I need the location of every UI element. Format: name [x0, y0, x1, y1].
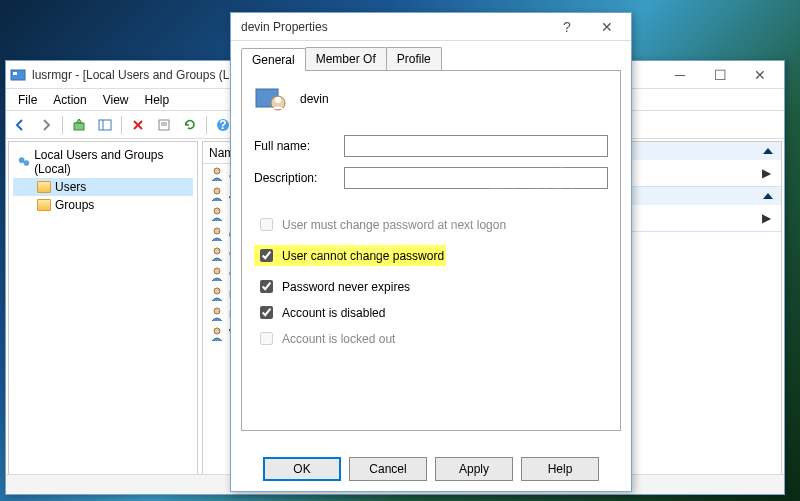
tab-general[interactable]: General — [241, 48, 306, 71]
svg-point-15 — [214, 208, 220, 214]
toolbar-separator — [62, 116, 63, 134]
props-title: devin Properties — [235, 20, 547, 34]
svg-point-21 — [214, 328, 220, 334]
svg-point-11 — [19, 157, 25, 163]
tree-root-label: Local Users and Groups (Local) — [34, 148, 193, 176]
check-locked-row: Account is locked out — [254, 328, 608, 349]
properties-dialog: devin Properties ? ✕ General Member Of P… — [230, 12, 632, 492]
tree-groups-label: Groups — [55, 198, 94, 212]
check-locked-label: Account is locked out — [282, 332, 395, 346]
user-icon — [209, 246, 225, 262]
tree-root[interactable]: Local Users and Groups (Local) — [13, 146, 193, 178]
svg-rect-1 — [13, 72, 17, 75]
description-input[interactable] — [344, 167, 608, 189]
tree-users-label: Users — [55, 180, 86, 194]
username-display: devin — [300, 92, 329, 106]
check-disabled-row[interactable]: Account is disabled — [254, 302, 608, 323]
svg-point-12 — [24, 160, 30, 166]
menu-action[interactable]: Action — [45, 91, 94, 109]
cancel-button[interactable]: Cancel — [349, 457, 427, 481]
forward-button[interactable] — [34, 114, 58, 136]
folder-icon — [37, 199, 51, 211]
apply-button[interactable]: Apply — [435, 457, 513, 481]
chevron-right-icon: ▶ — [762, 166, 771, 180]
svg-point-19 — [214, 288, 220, 294]
svg-point-20 — [214, 308, 220, 314]
check-locked — [260, 332, 273, 345]
fullname-input[interactable] — [344, 135, 608, 157]
delete-button[interactable] — [126, 114, 150, 136]
svg-point-14 — [214, 188, 220, 194]
collapse-icon — [763, 193, 773, 199]
tab-profile[interactable]: Profile — [386, 47, 442, 70]
menu-view[interactable]: View — [95, 91, 137, 109]
button-bar: OK Cancel Apply Help — [231, 449, 631, 489]
ok-button[interactable]: OK — [263, 457, 341, 481]
refresh-button[interactable] — [178, 114, 202, 136]
check-cannot-change[interactable] — [260, 249, 273, 262]
up-button[interactable] — [67, 114, 91, 136]
user-icon — [254, 83, 286, 115]
check-cannot-change-label: User cannot change password — [282, 249, 444, 263]
svg-point-16 — [214, 228, 220, 234]
user-icon — [209, 186, 225, 202]
maximize-button[interactable]: ☐ — [700, 62, 740, 88]
tab-member-of[interactable]: Member Of — [305, 47, 387, 70]
close-button[interactable]: ✕ — [740, 62, 780, 88]
menu-help[interactable]: Help — [137, 91, 178, 109]
menu-file[interactable]: File — [10, 91, 45, 109]
user-icon — [209, 326, 225, 342]
svg-point-17 — [214, 248, 220, 254]
check-never-expires[interactable] — [260, 280, 273, 293]
close-button[interactable]: ✕ — [587, 14, 627, 40]
show-hide-button[interactable] — [93, 114, 117, 136]
check-must-change — [260, 218, 273, 231]
chevron-right-icon: ▶ — [762, 211, 771, 225]
users-groups-icon — [17, 155, 30, 169]
folder-icon — [37, 181, 51, 193]
check-must-change-label: User must change password at next logon — [282, 218, 506, 232]
check-must-change-row: User must change password at next logon — [254, 214, 608, 235]
svg-rect-3 — [99, 120, 111, 130]
check-cannot-change-row[interactable]: User cannot change password — [254, 245, 446, 266]
tree-groups[interactable]: Groups — [13, 196, 193, 214]
svg-rect-2 — [74, 123, 84, 130]
check-disabled-label: Account is disabled — [282, 306, 385, 320]
tree-users[interactable]: Users — [13, 178, 193, 196]
user-icon — [209, 306, 225, 322]
tab-panel-general: devin Full name: Description: User must … — [241, 71, 621, 431]
collapse-icon — [763, 148, 773, 154]
props-titlebar[interactable]: devin Properties ? ✕ — [231, 13, 631, 41]
svg-text:?: ? — [219, 118, 226, 132]
toolbar-separator — [121, 116, 122, 134]
tree-pane: Local Users and Groups (Local) Users Gro… — [8, 141, 198, 492]
check-disabled[interactable] — [260, 306, 273, 319]
tabs: General Member Of Profile — [241, 47, 621, 71]
minimize-button[interactable]: ─ — [660, 62, 700, 88]
fullname-label: Full name: — [254, 139, 344, 153]
check-never-expires-label: Password never expires — [282, 280, 410, 294]
user-icon — [209, 266, 225, 282]
user-icon — [209, 206, 225, 222]
properties-button[interactable] — [152, 114, 176, 136]
svg-point-18 — [214, 268, 220, 274]
check-never-expires-row[interactable]: Password never expires — [254, 276, 608, 297]
user-icon — [209, 166, 225, 182]
back-button[interactable] — [8, 114, 32, 136]
description-label: Description: — [254, 171, 344, 185]
user-icon — [209, 286, 225, 302]
user-icon — [209, 226, 225, 242]
toolbar-separator — [206, 116, 207, 134]
svg-point-24 — [275, 97, 281, 103]
help-button[interactable]: Help — [521, 457, 599, 481]
mmc-icon — [10, 67, 26, 83]
help-button[interactable]: ? — [547, 14, 587, 40]
svg-point-13 — [214, 168, 220, 174]
